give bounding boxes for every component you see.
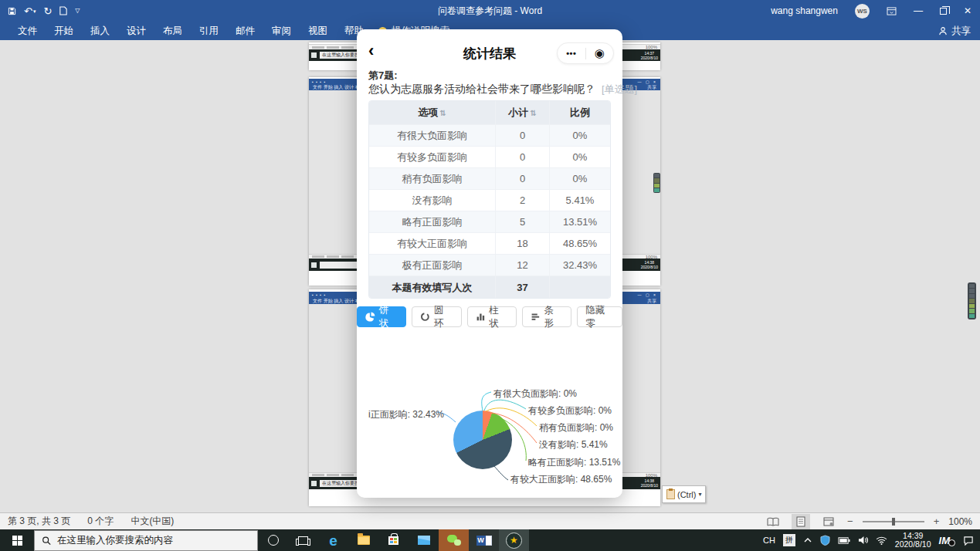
language-indicator[interactable]: CH xyxy=(763,536,775,545)
tab-review[interactable]: 审阅 xyxy=(263,22,300,40)
table-row: 略有正面影响513.51% xyxy=(369,211,610,232)
wechat-button[interactable] xyxy=(439,529,469,551)
mini-window-controls: — ▢ × xyxy=(638,292,657,297)
read-mode-icon[interactable] xyxy=(764,514,782,529)
green-status-widget xyxy=(968,282,976,319)
tab-insert[interactable]: 插入 xyxy=(82,22,118,40)
pie-label: 没有影响: 5.41% xyxy=(539,438,608,451)
system-tray: CH 拼 14:39 2020/8/10 IM xyxy=(763,532,980,549)
page-info[interactable]: 第 3 页, 共 3 页 xyxy=(8,515,70,528)
web-layout-icon[interactable] xyxy=(819,514,838,529)
miniprogram-capsule: ••• ◉ xyxy=(557,42,614,64)
desktop-screen: ↶▾ ↻ ▽ 问卷调查参考问题 - Word wang shangwen WS … xyxy=(0,0,980,551)
bar-icon xyxy=(531,312,541,322)
wechat-icon xyxy=(447,535,461,546)
search-icon xyxy=(42,536,51,546)
action-center-icon[interactable] xyxy=(963,536,974,546)
zoom-slider[interactable] xyxy=(863,521,924,522)
pie-label: i正面影响: 32.43% xyxy=(368,408,444,421)
zoom-slider-thumb[interactable] xyxy=(892,518,895,526)
battery-icon[interactable] xyxy=(838,536,850,545)
close-button[interactable]: ✕ xyxy=(955,0,980,22)
paste-options-label: (Ctrl) xyxy=(677,490,696,499)
donut-chart-button[interactable]: 圆环 xyxy=(412,306,461,327)
file-explorer-button[interactable] xyxy=(348,529,378,551)
chart-type-buttons: 饼状 圆环 柱状 条形 隐藏零 xyxy=(357,306,622,327)
sort-icon[interactable]: ⇅ xyxy=(530,109,536,117)
print-layout-icon[interactable] xyxy=(792,514,810,529)
store-button[interactable] xyxy=(378,529,409,551)
pie-label: 有较多负面影响: 0% xyxy=(528,404,612,417)
zoom-percentage[interactable]: 100% xyxy=(948,516,972,527)
start-button[interactable] xyxy=(0,529,34,551)
wifi-icon[interactable] xyxy=(876,536,887,545)
table-footer-row: 本题有效填写人次37 xyxy=(369,276,610,298)
clock-time: 14:39 xyxy=(903,531,923,540)
word-icon: W xyxy=(476,536,492,546)
mini-green-widget xyxy=(653,173,660,193)
mini-start-icon xyxy=(311,262,317,268)
col-ratio: 比例 xyxy=(549,101,610,124)
star-icon: ★ xyxy=(506,532,522,549)
ime-logo-icon[interactable]: IM xyxy=(939,535,955,546)
hide-zero-button[interactable]: 隐藏零 xyxy=(577,306,622,327)
tab-home[interactable]: 开始 xyxy=(46,22,82,40)
paste-options-button[interactable]: (Ctrl) ▾ xyxy=(662,485,706,503)
pie-label: 略有正面影响: 13.51% xyxy=(528,456,620,469)
store-bag-icon xyxy=(388,536,398,545)
edge-button[interactable]: e xyxy=(318,529,348,551)
language-status[interactable]: 中文(中国) xyxy=(131,515,174,528)
share-button[interactable]: 共享 xyxy=(938,22,971,40)
zoom-in-button[interactable]: + xyxy=(934,516,940,527)
col-option: 选项 xyxy=(418,106,438,118)
mini-status-bars xyxy=(312,46,354,49)
sort-icon[interactable]: ⇅ xyxy=(439,109,446,117)
donut-icon xyxy=(420,312,430,322)
tab-layout[interactable]: 布局 xyxy=(154,22,191,40)
restore-button[interactable] xyxy=(931,0,955,22)
tab-file[interactable]: 文件 xyxy=(9,22,46,40)
question-number: 第7题: xyxy=(368,69,398,83)
taskbar-clock[interactable]: 14:39 2020/8/10 xyxy=(895,532,931,549)
column-chart-button[interactable]: 柱状 xyxy=(467,306,517,327)
pie-chart-button[interactable]: 饼状 xyxy=(357,306,406,327)
pie-chart-area: 有很大负面影响: 0% 有较多负面影响: 0% 稍有负面影响: 0% 没有影响:… xyxy=(357,374,622,492)
word-titlebar: ↶▾ ↻ ▽ 问卷调查参考问题 - Word wang shangwen WS … xyxy=(0,0,980,22)
avatar[interactable]: WS xyxy=(855,4,870,19)
pie-icon xyxy=(365,312,375,322)
security-shield-icon[interactable] xyxy=(820,535,830,546)
ime-pinyin-indicator[interactable]: 拼 xyxy=(783,534,795,546)
speaker-icon[interactable] xyxy=(858,536,868,545)
column-icon xyxy=(476,312,486,322)
clock-date: 2020/8/10 xyxy=(895,539,931,549)
mini-start-icon xyxy=(311,481,317,486)
table-row: 有很大负面影响00% xyxy=(369,124,610,146)
bar-chart-button[interactable]: 条形 xyxy=(522,306,571,327)
word-count[interactable]: 0 个字 xyxy=(87,515,114,528)
table-header-row: 选项⇅ 小计⇅ 比例 xyxy=(369,101,610,124)
col-count: 小计 xyxy=(508,106,528,118)
hidden-icons-chevron-icon[interactable] xyxy=(803,536,812,544)
close-miniprogram-icon[interactable]: ◉ xyxy=(586,46,614,60)
tab-references[interactable]: 引用 xyxy=(191,22,227,40)
word-button[interactable]: W xyxy=(469,529,499,551)
task-view-icon xyxy=(298,536,308,545)
more-options-icon[interactable]: ••• xyxy=(558,49,585,58)
tab-view[interactable]: 视图 xyxy=(300,22,336,40)
ribbon-display-options-icon[interactable] xyxy=(878,0,905,22)
task-view-button[interactable] xyxy=(288,529,318,551)
cortana-button[interactable] xyxy=(258,529,288,551)
account-name[interactable]: wang shangwen xyxy=(762,0,846,22)
tab-design[interactable]: 设计 xyxy=(118,22,154,40)
minimize-button[interactable]: — xyxy=(905,0,931,22)
mail-button[interactable] xyxy=(409,529,439,551)
zoom-out-button[interactable]: − xyxy=(847,516,853,527)
results-table: 选项⇅ 小计⇅ 比例 有很大负面影响00% 有较多负面影响00% 稍有负面影响0… xyxy=(368,100,611,299)
question-text: 您认为志愿服务活动给社会带来了哪些影响呢？ xyxy=(368,83,595,95)
star-app-button[interactable]: ★ xyxy=(499,529,529,551)
cortana-icon xyxy=(268,535,279,546)
search-input[interactable] xyxy=(57,535,250,546)
taskbar-search[interactable] xyxy=(34,530,258,551)
caret-down-icon: ▾ xyxy=(698,491,701,498)
tab-mailings[interactable]: 邮件 xyxy=(227,22,263,40)
